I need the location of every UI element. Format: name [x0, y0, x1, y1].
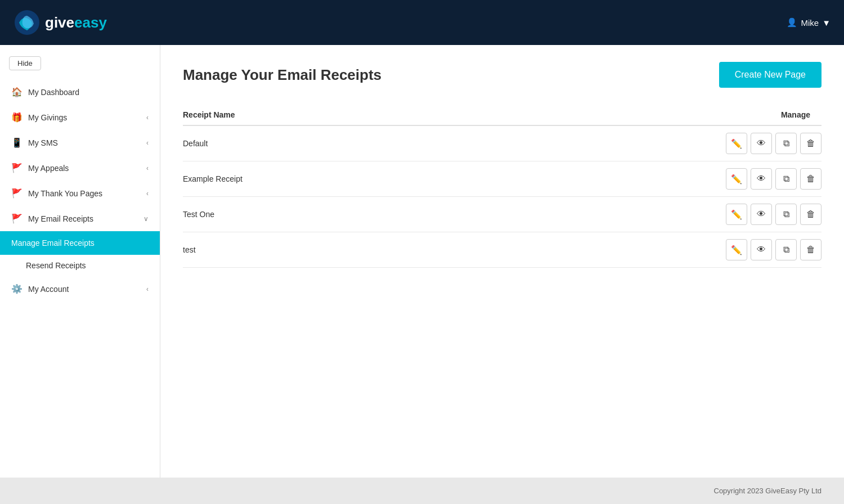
page-title: Manage Your Email Receipts	[183, 66, 381, 84]
chevron-down-icon: ∨	[143, 215, 149, 223]
user-dropdown-icon: ▼	[822, 18, 830, 28]
delete-button[interactable]: 🗑	[800, 204, 821, 225]
sidebar-item-label: My Appeals	[28, 164, 69, 173]
sidebar-item-givings[interactable]: 🎁 My Givings ‹	[0, 105, 160, 130]
delete-button[interactable]: 🗑	[800, 133, 821, 154]
sidebar-item-appeals[interactable]: 🚩 My Appeals ‹	[0, 155, 160, 181]
table-header: Receipt Name Manage	[183, 105, 821, 126]
logo-icon	[14, 9, 41, 36]
header: giveeasy 👤 Mike ▼	[0, 0, 844, 45]
receipt-name: test	[183, 245, 726, 254]
sidebar-item-resend-receipts[interactable]: Resend Receipts	[0, 255, 160, 276]
sidebar-item-label: My Account	[28, 285, 69, 294]
sidebar-item-label: My Thank You Pages	[28, 189, 102, 198]
chevron-icon: ‹	[146, 139, 149, 147]
sidebar-item-account[interactable]: ⚙️ My Account ‹	[0, 276, 160, 302]
action-buttons: ✏️ 👁 ⧉ 🗑	[726, 239, 821, 260]
hide-button[interactable]: Hide	[9, 56, 41, 70]
col-header-manage: Manage	[781, 110, 810, 119]
receipt-name: Default	[183, 139, 726, 148]
chevron-icon: ‹	[146, 164, 149, 172]
sidebar-item-label: My Dashboard	[28, 88, 79, 97]
view-button[interactable]: 👁	[751, 168, 772, 190]
sidebar-sub-item-label: Manage Email Receipts	[11, 238, 95, 248]
table-row: Default ✏️ 👁 ⧉ 🗑	[183, 126, 821, 161]
view-button[interactable]: 👁	[751, 204, 772, 225]
email-receipts-icon: 🚩	[11, 213, 23, 224]
receipt-name: Example Receipt	[183, 174, 726, 183]
edit-button[interactable]: ✏️	[726, 239, 747, 260]
main-content: Manage Your Email Receipts Create New Pa…	[160, 45, 844, 478]
copy-button[interactable]: ⧉	[775, 204, 797, 225]
table-row: Test One ✏️ 👁 ⧉ 🗑	[183, 197, 821, 232]
dashboard-icon: 🏠	[11, 87, 23, 97]
edit-button[interactable]: ✏️	[726, 204, 747, 225]
edit-button[interactable]: ✏️	[726, 133, 747, 154]
action-buttons: ✏️ 👁 ⧉ 🗑	[726, 168, 821, 190]
footer: Copyright 2023 GiveEasy Pty Ltd	[0, 478, 844, 504]
content-header: Manage Your Email Receipts Create New Pa…	[183, 62, 821, 88]
sidebar-item-label: My SMS	[28, 138, 58, 147]
logo: giveeasy	[14, 9, 107, 36]
copy-button[interactable]: ⧉	[775, 239, 797, 260]
sidebar-item-sms[interactable]: 📱 My SMS ‹	[0, 130, 160, 155]
givings-icon: 🎁	[11, 112, 23, 123]
sidebar-item-thankyou[interactable]: 🚩 My Thank You Pages ‹	[0, 181, 160, 206]
sidebar-item-label: My Givings	[28, 113, 67, 122]
user-icon: 👤	[787, 17, 797, 28]
main-layout: Hide 🏠 My Dashboard 🎁 My Givings ‹ 📱 My …	[0, 45, 844, 478]
table-row: test ✏️ 👁 ⧉ 🗑	[183, 232, 821, 268]
thankyou-icon: 🚩	[11, 188, 23, 199]
view-button[interactable]: 👁	[751, 133, 772, 154]
receipt-name: Test One	[183, 210, 726, 219]
table-row: Example Receipt ✏️ 👁 ⧉ 🗑	[183, 161, 821, 197]
col-header-name: Receipt Name	[183, 110, 781, 119]
create-new-page-button[interactable]: Create New Page	[719, 62, 821, 88]
chevron-icon: ‹	[146, 190, 149, 197]
chevron-icon: ‹	[146, 285, 149, 293]
appeals-icon: 🚩	[11, 163, 23, 173]
action-buttons: ✏️ 👁 ⧉ 🗑	[726, 204, 821, 225]
delete-button[interactable]: 🗑	[800, 239, 821, 260]
user-name: Mike	[801, 18, 819, 28]
user-menu[interactable]: 👤 Mike ▼	[787, 17, 830, 28]
sidebar-item-email-receipts[interactable]: 🚩 My Email Receipts ∨	[0, 206, 160, 231]
logo-text: giveeasy	[45, 14, 107, 32]
sidebar-item-dashboard[interactable]: 🏠 My Dashboard	[0, 79, 160, 105]
account-icon: ⚙️	[11, 284, 23, 294]
edit-button[interactable]: ✏️	[726, 168, 747, 190]
view-button[interactable]: 👁	[751, 239, 772, 260]
chevron-icon: ‹	[146, 114, 149, 122]
sms-icon: 📱	[11, 137, 23, 148]
action-buttons: ✏️ 👁 ⧉ 🗑	[726, 133, 821, 154]
copy-button[interactable]: ⧉	[775, 133, 797, 154]
delete-button[interactable]: 🗑	[800, 168, 821, 190]
copy-button[interactable]: ⧉	[775, 168, 797, 190]
sidebar: Hide 🏠 My Dashboard 🎁 My Givings ‹ 📱 My …	[0, 45, 160, 478]
receipts-table: Receipt Name Manage Default ✏️ 👁 ⧉ 🗑 Exa…	[183, 105, 821, 268]
sidebar-item-label: My Email Receipts	[28, 214, 93, 223]
copyright-text: Copyright 2023 GiveEasy Pty Ltd	[714, 487, 822, 495]
sidebar-item-manage-email-receipts[interactable]: Manage Email Receipts	[0, 231, 160, 255]
sidebar-sub-item-label: Resend Receipts	[26, 261, 86, 270]
